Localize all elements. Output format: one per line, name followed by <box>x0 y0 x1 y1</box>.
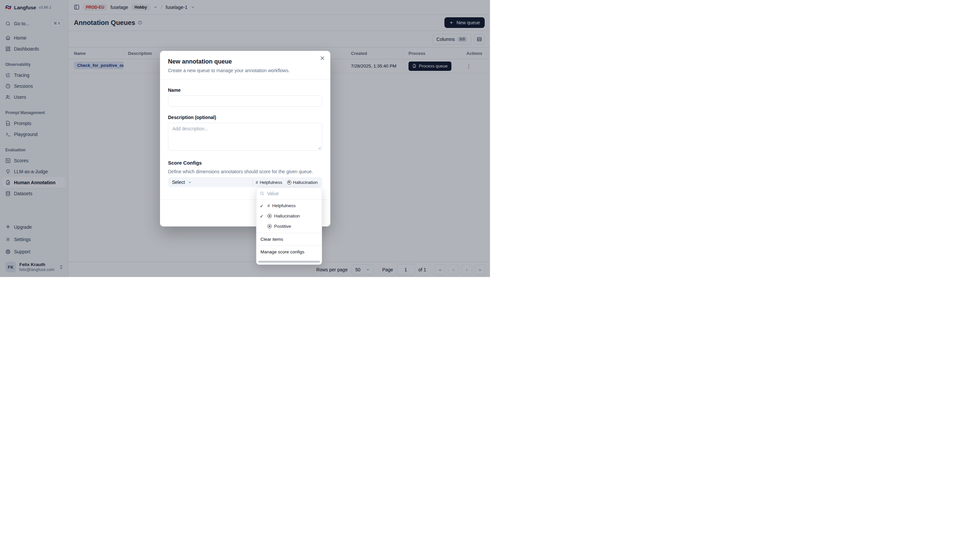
numeric-type-icon: # <box>255 180 258 185</box>
dropdown-search <box>257 188 322 199</box>
scrollbar-thumb[interactable] <box>258 261 320 263</box>
resize-grip-icon[interactable] <box>318 146 321 150</box>
modal-body: Name Description (optional) Score Config… <box>160 80 330 195</box>
option-hallucination[interactable]: ✓ B Hallucination <box>257 211 322 221</box>
score-config-dropdown: ✓ # Helpfulness ✓ B Hallucination ✓ B Po… <box>256 188 322 265</box>
boolean-type-icon: B <box>268 224 272 228</box>
check-icon: ✓ <box>260 213 265 219</box>
dropdown-scrollbar <box>257 259 322 264</box>
score-configs-help: Define which dimensions annotators shoul… <box>168 169 322 174</box>
option-postitive[interactable]: ✓ B Postitive <box>257 221 322 231</box>
score-configs-select[interactable]: Select # Helpfulness B Hallucination <box>168 177 322 187</box>
dropdown-search-input[interactable] <box>267 191 314 196</box>
modal-title: New annotation queue <box>168 58 322 65</box>
score-configs-label: Score Configs <box>168 160 322 166</box>
selected-config-hallucination: B Hallucination <box>287 180 318 185</box>
select-divider <box>253 179 253 185</box>
option-helpfulness[interactable]: ✓ # Helpfulness <box>257 201 322 211</box>
modal-header: New annotation queue Create a new queue … <box>160 51 330 80</box>
boolean-type-icon: B <box>268 214 272 218</box>
queue-name-input[interactable] <box>168 96 322 107</box>
manage-score-configs-action[interactable]: Manage score configs <box>257 246 322 258</box>
numeric-type-icon: # <box>268 203 270 208</box>
dropdown-options: ✓ # Helpfulness ✓ B Hallucination ✓ B Po… <box>257 199 322 233</box>
search-icon <box>260 191 265 196</box>
chevron-down-icon <box>188 180 192 185</box>
selected-config-helpfulness: # Helpfulness <box>255 180 282 185</box>
check-icon: ✓ <box>260 203 265 209</box>
queue-description-textarea[interactable] <box>168 123 322 151</box>
modal-subtitle: Create a new queue to manage your annota… <box>168 68 322 73</box>
close-icon[interactable] <box>320 56 326 62</box>
name-label: Name <box>168 88 322 93</box>
boolean-type-icon: B <box>287 180 292 185</box>
clear-items-action[interactable]: Clear items <box>257 233 322 245</box>
description-label: Description (optional) <box>168 115 322 120</box>
